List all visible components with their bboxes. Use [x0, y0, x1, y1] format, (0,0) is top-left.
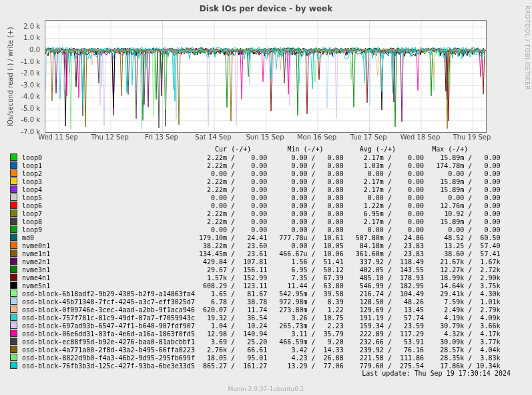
x-tick: Tue 17 Sep [350, 133, 386, 141]
x-tick: Fri 13 Sep [145, 133, 178, 141]
legend-swatch [10, 298, 17, 305]
legend-row: osd-block-697ad93b-6547-47f1-b640-907fdf… [10, 322, 524, 330]
legend-row: osd-block-06e6dd31-03fa-4e6d-a16a-1863f0… [10, 330, 524, 338]
legend-row: loop4 2.22m / 0.00 0.00 / 0.00 2.17m / 0… [10, 185, 524, 193]
legend-text: osd-block-0f09746e-3cec-4aad-a2bb-9f1aca… [18, 306, 500, 314]
legend-row: loop1 2.22m / 0.00 0.00 / 0.00 1.03m / 0… [10, 161, 524, 169]
legend-text: osd-block-697ad93b-6547-47f1-b640-907fdf… [18, 322, 500, 330]
x-tick: Sat 14 Sep [195, 133, 231, 141]
legend-swatch [10, 258, 17, 265]
legend-row: loop9 0.00 / 0.00 0.00 / 0.00 0.00 / 0.0… [10, 226, 524, 234]
legend-row: loop3 2.22m / 0.00 0.00 / 0.00 2.17m / 0… [10, 177, 524, 185]
legend-text: loop0 2.22m / 0.00 0.00 / 0.00 2.17m / 0… [18, 154, 500, 161]
legend-text: nvme4n1 1.57k / 152.99 7.35 / 67.39 485.… [18, 274, 500, 282]
legend-swatch [10, 290, 17, 297]
chart-title: Disk IOs per device - by week [0, 4, 532, 13]
legend-row: loop5 0.00 / 0.00 0.00 / 0.00 0.00 / 0.0… [10, 193, 524, 202]
legend-text: nvme0n1 38.22m / 23.60 0.00 / 10.05 84.1… [18, 242, 500, 250]
legend-row: osd-block-ec88f95d-b92e-4276-baa0-81abcb… [10, 338, 524, 346]
y-tick: -3.0 k [0, 81, 40, 88]
legend-text: osd-block-757f781c-81c9-49df-87a7-f70599… [18, 314, 500, 322]
legend-swatch [10, 250, 17, 257]
legend-row: nvme3n1 29.67 / 156.11 6.95 / 50.12 402.… [10, 266, 524, 274]
legend-text: nvme1n1 134.45m / 23.61 466.67u / 10.06 … [18, 250, 500, 258]
rrdtool-watermark: RRDTOOL / TOBI OETIKER [524, 5, 531, 90]
legend-row: nvme2n1 429.84 / 107.81 1.56 / 51.41 337… [10, 258, 524, 266]
legend-swatch [10, 282, 17, 289]
y-tick: 0.0 [0, 45, 40, 53]
legend-row: nvme0n1 38.22m / 23.60 0.00 / 10.05 84.1… [10, 242, 524, 250]
legend-text: osd-block-76fb3b3d-125c-427f-93ba-6be3e3… [18, 362, 500, 370]
legend-text: osd-block-45b71348-7fcf-4245-a3c7-eff302… [18, 298, 500, 306]
legend-text: osd-block-4a771a00-2f8d-43a2-b495-66ffa0… [18, 346, 500, 354]
legend-row: osd-block-0f09746e-3cec-4aad-a2bb-9f1aca… [10, 306, 524, 314]
legend-swatch [10, 362, 17, 369]
legend-row: loop2 0.00 / 0.00 0.00 / 0.00 0.00 / 0.0… [10, 169, 524, 177]
legend-swatch [10, 306, 17, 313]
legend-header: Cur (-/+) Min (-/+) Avg (-/+) Max (-/+) [10, 145, 524, 153]
y-tick: -4.0 k [0, 93, 40, 100]
x-axis-ticks: Wed 11 SepThu 12 SepFri 13 SepSat 14 Sep… [45, 133, 485, 143]
legend-text: md0 179.10m / 24.41 777.78u / 10.61 507.… [18, 234, 500, 242]
legend-text: loop8 2.22m / 0.00 0.00 / 0.00 2.17m / 0… [18, 218, 500, 226]
legend-row: loop0 2.22m / 0.00 0.00 / 0.00 2.17m / 0… [10, 153, 524, 161]
legend-text: osd-block-8822d9b0-f4a3-46b2-9d95-295fb6… [18, 354, 500, 362]
legend-swatch [10, 218, 17, 225]
x-tick: Sun 15 Sep [246, 133, 284, 141]
legend-swatch [10, 242, 17, 249]
legend-text: loop6 0.00 / 0.00 0.00 / 0.00 1.22m / 0.… [18, 202, 500, 210]
y-tick: -5.0 k [0, 104, 40, 111]
legend-swatch [10, 274, 17, 281]
legend-swatch [10, 161, 17, 169]
legend-swatch [10, 202, 17, 209]
legend-row: osd-block-76fb3b3d-125c-427f-93ba-6be3e3… [10, 362, 524, 370]
legend-text: loop7 2.22m / 0.00 0.00 / 0.00 6.95m / 0… [18, 210, 500, 218]
legend-text: loop1 2.22m / 0.00 0.00 / 0.00 1.03m / 0… [18, 162, 500, 169]
legend-row: loop6 0.00 / 0.00 0.00 / 0.00 1.22m / 0.… [10, 202, 524, 210]
legend-row: md0 179.10m / 24.41 777.78u / 10.61 507.… [10, 234, 524, 242]
x-tick: Wed 18 Sep [401, 133, 441, 141]
legend-text: loop5 0.00 / 0.00 0.00 / 0.00 0.00 / 0.0… [18, 194, 500, 202]
y-tick: 1.0 k [0, 34, 40, 41]
legend-swatch [10, 266, 17, 273]
legend-swatch [10, 169, 17, 177]
x-tick: Wed 11 Sep [38, 133, 78, 141]
legend-swatch [10, 314, 17, 321]
last-update: Last update: Thu Sep 19 17:30:14 2024 [10, 370, 524, 378]
x-tick: Mon 16 Sep [297, 133, 336, 141]
legend-swatch [10, 338, 17, 345]
legend-text: osd-block-6b18adf2-9b29-4305-b2f9-a14863… [18, 290, 500, 298]
legend-row: osd-block-8822d9b0-f4a3-46b2-9d95-295fb6… [10, 354, 524, 362]
legend-swatch [10, 185, 17, 193]
legend-swatch [10, 322, 17, 329]
legend-row: osd-block-45b71348-7fcf-4245-a3c7-eff302… [10, 298, 524, 306]
legend-table: Cur (-/+) Min (-/+) Avg (-/+) Max (-/+) … [10, 145, 524, 378]
munin-footer: Munin 2.0.37-1ubuntu0.1 [0, 386, 532, 392]
legend-text: loop9 0.00 / 0.00 0.00 / 0.00 0.00 / 0.0… [18, 226, 500, 234]
legend-text: osd-block-ec88f95d-b92e-4276-baa0-81abcb… [18, 338, 500, 346]
legend-swatch [10, 153, 17, 161]
legend-text: loop4 2.22m / 0.00 0.00 / 0.00 2.17m / 0… [18, 186, 500, 193]
legend-row: nvme4n1 1.57k / 152.99 7.35 / 67.39 485.… [10, 274, 524, 282]
legend-row: loop7 2.22m / 0.00 0.00 / 0.00 6.95m / 0… [10, 210, 524, 218]
legend-swatch [10, 210, 17, 217]
legend-swatch [10, 177, 17, 185]
y-tick: 2.0 k [0, 22, 40, 29]
x-tick: Thu 12 Sep [91, 133, 129, 141]
legend-text: nvme5n1 608.29 / 123.11 11.44 / 63.80 54… [18, 282, 500, 290]
legend-text: loop3 2.22m / 0.00 0.00 / 0.00 2.17m / 0… [18, 178, 500, 185]
y-axis-ticks: -7.0 k-6.0 k-5.0 k-4.0 k-3.0 k-2.0 k-1.0… [0, 20, 43, 131]
legend-swatch [10, 234, 17, 241]
legend-row: nvme1n1 134.45m / 23.61 466.67u / 10.06 … [10, 250, 524, 258]
x-tick: Thu 19 Sep [453, 133, 491, 141]
legend-text: loop2 0.00 / 0.00 0.00 / 0.00 0.00 / 0.0… [18, 170, 500, 177]
legend-row: nvme5n1 608.29 / 123.11 11.44 / 63.80 54… [10, 282, 524, 290]
y-tick: -6.0 k [0, 116, 40, 123]
legend-text: nvme3n1 29.67 / 156.11 6.95 / 50.12 402.… [18, 266, 500, 274]
legend-swatch [10, 354, 17, 361]
legend-text: nvme2n1 429.84 / 107.81 1.56 / 51.41 337… [18, 258, 500, 266]
legend-swatch [10, 330, 17, 337]
legend-swatch [10, 226, 17, 233]
y-tick: -7.0 k [0, 128, 40, 135]
legend-row: loop8 2.22m / 0.00 0.00 / 0.00 2.17m / 0… [10, 218, 524, 226]
